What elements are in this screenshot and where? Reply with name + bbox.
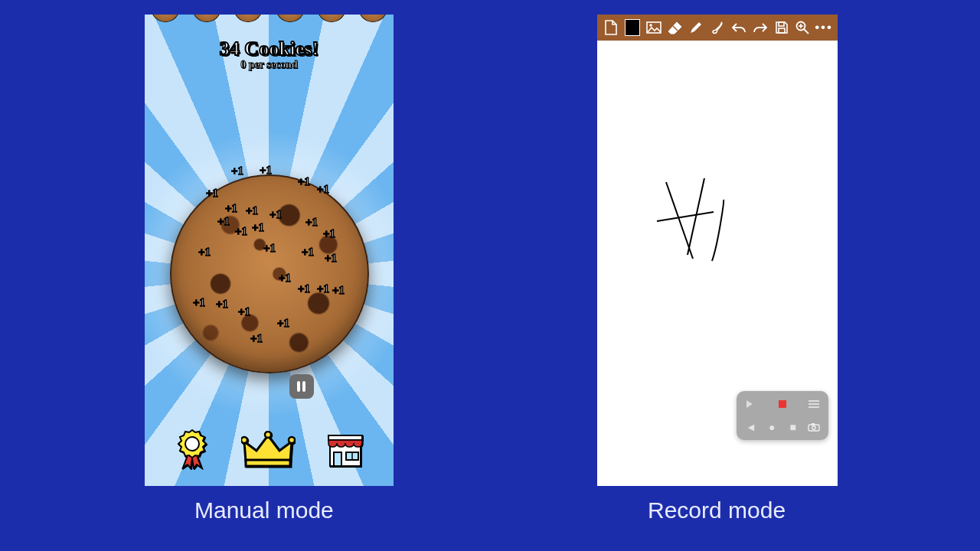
drawing-canvas[interactable]: ◄ ● ■ (597, 41, 838, 486)
image-icon[interactable] (645, 18, 663, 37)
rec-camera-icon[interactable] (807, 420, 821, 434)
rec-dot-icon[interactable]: ● (765, 420, 779, 434)
rec-play-icon[interactable] (744, 397, 758, 411)
svg-rect-13 (779, 28, 785, 33)
cookie-counter: 34 Cookies! 0 per second (145, 37, 394, 71)
svg-rect-20 (812, 423, 815, 425)
svg-point-4 (289, 437, 295, 443)
big-cookie[interactable] (170, 174, 369, 373)
caption-record-mode: Record mode (648, 497, 786, 523)
svg-rect-1 (246, 460, 290, 466)
cookie-clicker-panel: 34 Cookies! 0 per second +1+1+1+1+1+1+1+… (145, 15, 394, 486)
handwriting-hi (651, 171, 758, 278)
save-icon[interactable] (773, 18, 791, 37)
svg-point-11 (649, 24, 652, 27)
svg-point-0 (185, 437, 199, 451)
drawing-app-panel: ••• ◄ ● ■ (597, 15, 838, 486)
rec-menu-icon[interactable] (807, 397, 821, 411)
pencil-icon[interactable] (688, 18, 706, 37)
recorder-row-top (744, 397, 821, 411)
svg-rect-7 (334, 452, 341, 466)
recorder-row-bottom: ◄ ● ■ (744, 420, 821, 434)
crown-icon[interactable] (241, 431, 295, 469)
more-icon[interactable]: ••• (815, 18, 833, 37)
undo-icon[interactable] (730, 18, 748, 37)
store-icon[interactable] (326, 431, 364, 469)
svg-line-15 (804, 29, 808, 34)
pause-button[interactable] (289, 374, 314, 399)
svg-rect-12 (779, 22, 784, 26)
color-swatch[interactable] (625, 19, 640, 36)
svg-point-3 (265, 432, 271, 438)
caption-manual-mode: Manual mode (194, 497, 334, 523)
svg-rect-6 (328, 435, 362, 440)
rec-stop-icon[interactable]: ■ (786, 420, 800, 434)
zoom-icon[interactable] (793, 18, 812, 37)
svg-point-2 (241, 437, 247, 443)
top-cookie-strip (145, 15, 394, 24)
cookie-rate-label: 0 per second (145, 59, 394, 71)
new-file-icon[interactable] (602, 18, 620, 37)
cookie-count-label: 34 Cookies! (145, 37, 394, 60)
drawing-toolbar: ••• (597, 15, 838, 41)
rec-prev-icon[interactable]: ◄ (744, 420, 758, 434)
recorder-overlay[interactable]: ◄ ● ■ (737, 391, 828, 440)
svg-point-19 (812, 426, 815, 429)
rec-record-icon[interactable] (776, 397, 789, 411)
redo-icon[interactable] (751, 18, 769, 37)
ribbon-icon[interactable] (174, 428, 211, 469)
bottom-icon-bar (145, 428, 394, 469)
eraser-icon[interactable] (666, 18, 684, 37)
brush-icon[interactable] (708, 18, 727, 37)
